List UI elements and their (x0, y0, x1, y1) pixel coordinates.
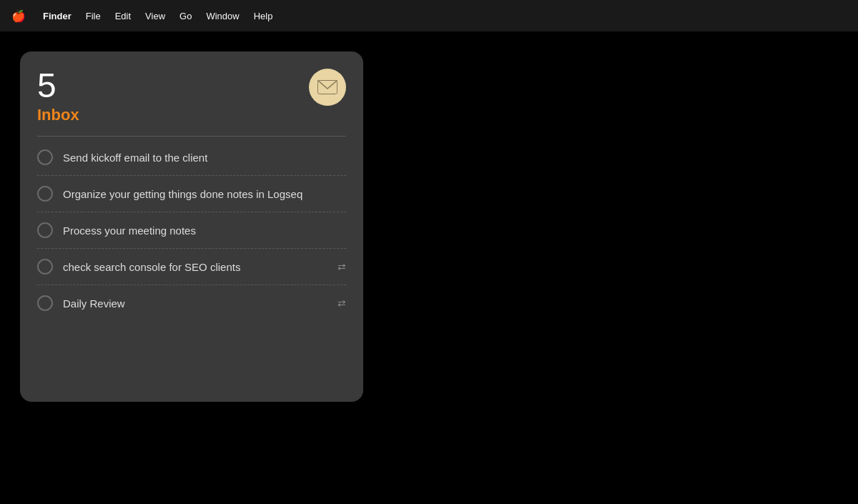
mail-icon-button[interactable] (309, 69, 346, 106)
task-checkbox-3[interactable] (37, 222, 53, 238)
inbox-count: 5 (37, 69, 79, 103)
task-text-2: Organize your getting things done notes … (63, 187, 346, 202)
task-item: Process your meeting notes (37, 212, 346, 249)
task-checkbox-5[interactable] (37, 295, 53, 311)
menu-edit[interactable]: Edit (115, 11, 131, 21)
task-text-5: Daily Review (63, 296, 327, 311)
repeat-icon: ⇄ (337, 261, 346, 272)
task-list: Send kickoff email to the client Organiz… (37, 139, 346, 385)
task-item: Send kickoff email to the client (37, 139, 346, 176)
mail-icon (317, 80, 337, 94)
task-item: Organize your getting things done notes … (37, 176, 346, 212)
inbox-label: Inbox (37, 106, 79, 124)
header-divider (37, 136, 346, 137)
menu-finder[interactable]: Finder (43, 11, 72, 21)
task-checkbox-4[interactable] (37, 259, 53, 275)
apple-menu[interactable]: 🍎 (11, 9, 26, 23)
task-text-3: Process your meeting notes (63, 223, 346, 238)
inbox-widget: 5 Inbox Send kickoff email to the client… (20, 51, 363, 402)
menu-bar: 🍎 Finder File Edit View Go Window Help (0, 0, 858, 31)
menu-go[interactable]: Go (179, 11, 192, 21)
repeat-icon: ⇄ (337, 297, 346, 309)
task-text-4: check search console for SEO clients (63, 260, 327, 275)
task-item: check search console for SEO clients ⇄ (37, 249, 346, 285)
menu-window[interactable]: Window (206, 11, 239, 21)
menu-view[interactable]: View (145, 11, 165, 21)
task-text-1: Send kickoff email to the client (63, 150, 346, 165)
task-item: Daily Review ⇄ (37, 285, 346, 321)
menu-file[interactable]: File (86, 11, 101, 21)
task-checkbox-2[interactable] (37, 186, 53, 202)
menu-help[interactable]: Help (254, 11, 273, 21)
task-checkbox-1[interactable] (37, 149, 53, 165)
inbox-header-left: 5 Inbox (37, 69, 79, 124)
card-header: 5 Inbox (37, 69, 346, 124)
